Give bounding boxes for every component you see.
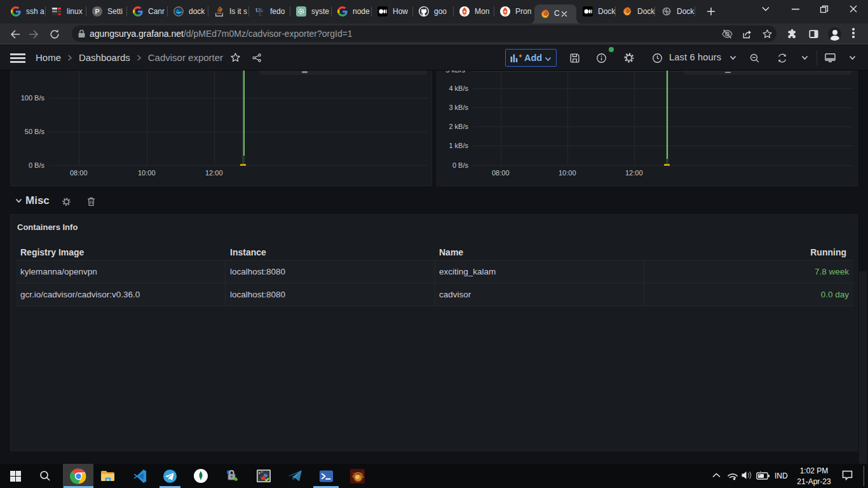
svg-text:P: P [95, 8, 99, 15]
svg-text:L: L [259, 11, 263, 17]
